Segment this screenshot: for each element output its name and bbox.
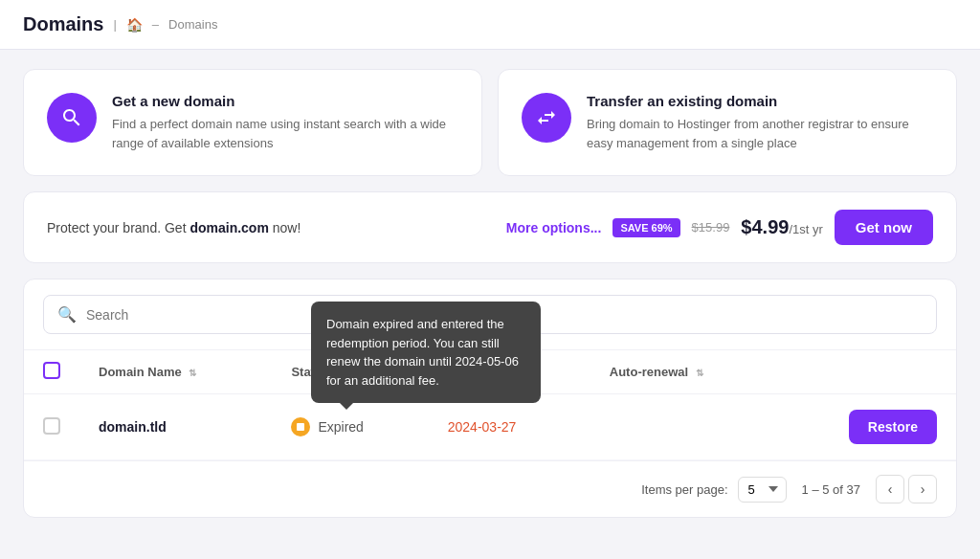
home-icon: 🏠: [126, 17, 143, 33]
search-icon: 🔍: [57, 305, 77, 324]
expired-tooltip: Domain expired and entered the redemptio…: [311, 302, 541, 403]
page-header: Domains | 🏠 – Domains: [0, 0, 980, 50]
new-domain-content: Get a new domain Find a perfect domain n…: [112, 93, 458, 152]
transfer-domain-icon: [522, 93, 571, 143]
save-badge: SAVE 69%: [612, 218, 679, 237]
items-per-page: Items per page: 5 10 25 50: [641, 477, 786, 503]
domain-name-cell: domain.tld: [79, 394, 272, 460]
expires-date: 2024-03-27: [448, 419, 517, 435]
sale-period: /1st yr: [789, 222, 822, 236]
original-price: $15.99: [692, 220, 730, 235]
row-checkbox[interactable]: [43, 417, 60, 435]
expires-cell: 2024-03-27: [429, 394, 590, 460]
page-title: Domains: [23, 13, 103, 35]
transfer-domain-card[interactable]: Transfer an existing domain Bring domain…: [498, 69, 957, 176]
sort-icon-autorenewal: ⇅: [696, 368, 703, 378]
select-all-checkbox[interactable]: [43, 362, 60, 379]
transfer-domain-description: Bring domain to Hostinger from another r…: [587, 115, 933, 152]
auto-renewal-cell: [590, 394, 777, 460]
promo-right: SAVE 69% $15.99 $4.99/1st yr Get now: [612, 210, 933, 245]
transfer-domain-title: Transfer an existing domain: [587, 93, 933, 109]
checkbox-header-cell: [24, 350, 79, 394]
row-checkbox-cell: [24, 394, 79, 460]
col-actions: [777, 350, 956, 394]
sort-icon-domain: ⇅: [189, 368, 196, 378]
promo-text: Protect your brand. Get domain.com now!: [47, 220, 495, 235]
cards-row: Get a new domain Find a perfect domain n…: [23, 69, 957, 176]
table-wrapper: Domain Name ⇅ Status ⇅ Expires At ⇅ Au: [24, 350, 956, 460]
new-domain-card[interactable]: Get a new domain Find a perfect domain n…: [23, 69, 482, 176]
table-row: domain.tld Expired 2024-03-27: [24, 394, 956, 460]
status-text: Expired: [318, 419, 363, 435]
next-page-button[interactable]: ›: [908, 475, 937, 503]
action-cell: Restore: [777, 394, 956, 460]
promo-domain: domain.com: [189, 220, 268, 235]
new-domain-title: Get a new domain: [112, 93, 458, 109]
prev-page-button[interactable]: ‹: [876, 475, 904, 503]
transfer-icon: [535, 106, 558, 129]
page-navigation: ‹ ›: [876, 475, 937, 503]
main-content: Get a new domain Find a perfect domain n…: [0, 50, 980, 537]
items-per-page-label: Items per page:: [641, 482, 727, 497]
page-info: 1 – 5 of 37: [802, 482, 860, 497]
search-icon: [60, 106, 83, 129]
items-per-page-select[interactable]: 5 10 25 50: [738, 477, 787, 503]
get-now-button[interactable]: Get now: [835, 210, 933, 245]
table-footer: Items per page: 5 10 25 50 1 – 5 of 37 ‹…: [24, 460, 956, 517]
transfer-domain-content: Transfer an existing domain Bring domain…: [587, 93, 933, 152]
table-section: 🔍 Domain Name ⇅ St: [23, 279, 957, 518]
new-domain-description: Find a perfect domain name using instant…: [112, 115, 458, 152]
restore-button[interactable]: Restore: [849, 410, 937, 444]
breadcrumb-current: Domains: [168, 17, 217, 32]
col-domain-name: Domain Name ⇅: [79, 350, 272, 394]
status-dot: [291, 417, 310, 436]
status-dot-inner: [297, 423, 304, 431]
promo-banner: Protect your brand. Get domain.com now! …: [23, 191, 957, 263]
col-autorenewal: Auto-renewal ⇅: [590, 350, 777, 394]
breadcrumb-separator: –: [152, 17, 159, 32]
new-domain-icon: [47, 93, 97, 143]
breadcrumb-divider: |: [113, 17, 116, 32]
sale-price: $4.99/1st yr: [741, 216, 822, 238]
more-options-link[interactable]: More options...: [506, 220, 602, 235]
table-body: domain.tld Expired 2024-03-27: [24, 394, 956, 460]
